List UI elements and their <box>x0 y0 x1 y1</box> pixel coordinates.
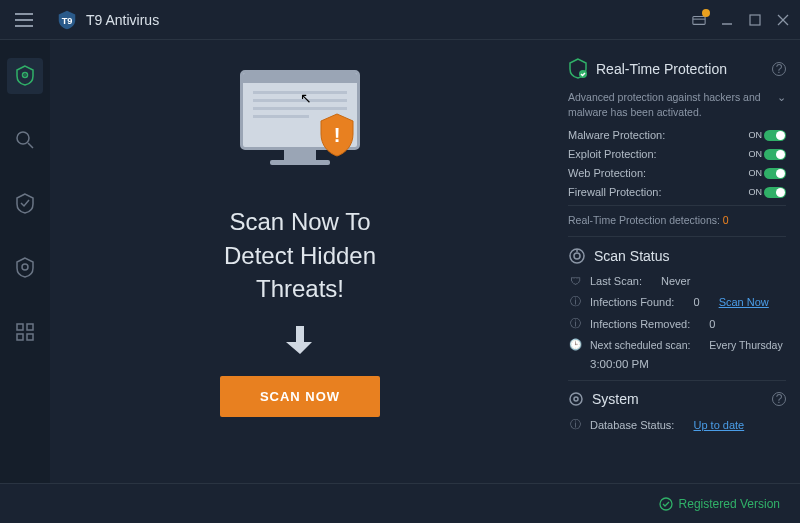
check-shield-icon: 🛡 <box>568 275 582 287</box>
cart-icon[interactable] <box>692 13 706 27</box>
svg-point-8 <box>24 74 26 76</box>
scan-now-button[interactable]: SCAN NOW <box>220 376 380 417</box>
svg-line-10 <box>28 143 33 148</box>
app-title: T9 Antivirus <box>86 12 159 28</box>
version-label: Registered Version <box>679 497 780 511</box>
malware-toggle[interactable] <box>764 130 786 141</box>
sidebar-item-scan[interactable] <box>7 122 43 158</box>
close-button[interactable] <box>776 13 790 27</box>
last-scan-label: Last Scan: <box>590 275 642 287</box>
status-panel: Real-Time Protection ? Advanced protecti… <box>550 40 800 483</box>
chevron-down-icon[interactable]: ⌄ <box>777 90 786 105</box>
clock-icon: 🕒 <box>568 338 582 351</box>
titlebar: T9 T9 Antivirus <box>0 0 800 40</box>
info-icon: ⓘ <box>568 417 582 432</box>
sidebar-item-home[interactable] <box>7 58 43 94</box>
db-status-label: Database Status: <box>590 419 674 431</box>
svg-rect-4 <box>750 15 760 25</box>
exploit-label: Exploit Protection: <box>568 148 657 160</box>
svg-text:!: ! <box>334 124 341 146</box>
scan-status-title: Scan Status <box>594 248 786 264</box>
svg-point-11 <box>22 264 28 270</box>
shield-check-icon <box>568 58 588 80</box>
svg-rect-12 <box>17 324 23 330</box>
footer: Registered Version <box>0 483 800 523</box>
app-logo-icon: T9 <box>56 9 78 31</box>
svg-point-9 <box>17 132 29 144</box>
svg-text:T9: T9 <box>62 15 73 25</box>
scan-status-icon <box>568 247 586 265</box>
down-arrow-icon <box>286 324 314 356</box>
info-icon: ⓘ <box>568 316 582 331</box>
hero-panel: ! Scan Now ToDetect HiddenThreats! SCAN … <box>50 40 550 483</box>
gear-icon <box>568 391 584 407</box>
check-circle-icon <box>659 497 673 511</box>
detections-label: Real-Time Protection detections: <box>568 214 720 226</box>
next-scan-time: 3:00:00 PM <box>590 358 786 370</box>
svg-rect-1 <box>693 16 705 24</box>
svg-rect-15 <box>27 334 33 340</box>
system-title: System <box>592 391 764 407</box>
web-toggle[interactable] <box>764 168 786 179</box>
last-scan-value: Never <box>661 275 690 287</box>
sidebar-item-apps[interactable] <box>7 314 43 350</box>
exploit-toggle[interactable] <box>764 149 786 160</box>
monitor-illustration: ! <box>225 70 375 180</box>
db-status-link[interactable]: Up to date <box>693 419 744 431</box>
next-scan-value: Every Thursday <box>709 339 782 351</box>
sidebar-item-firewall[interactable] <box>7 250 43 286</box>
help-icon[interactable]: ? <box>772 392 786 406</box>
svg-point-22 <box>574 397 578 401</box>
firewall-toggle[interactable] <box>764 187 786 198</box>
rtp-description: Advanced protection against hackers and … <box>568 90 771 119</box>
firewall-label: Firewall Protection: <box>568 186 662 198</box>
infections-removed-label: Infections Removed: <box>590 318 690 330</box>
web-label: Web Protection: <box>568 167 646 179</box>
svg-rect-13 <box>27 324 33 330</box>
scan-now-link[interactable]: Scan Now <box>719 296 769 308</box>
maximize-button[interactable] <box>748 13 762 27</box>
detections-count: 0 <box>723 214 729 226</box>
malware-label: Malware Protection: <box>568 129 665 141</box>
sidebar <box>0 40 50 483</box>
next-scan-label: Next scheduled scan: <box>590 339 690 351</box>
infections-removed-value: 0 <box>709 318 715 330</box>
sidebar-item-protection[interactable] <box>7 186 43 222</box>
infections-found-value: 0 <box>693 296 699 308</box>
help-icon[interactable]: ? <box>772 62 786 76</box>
svg-point-21 <box>570 393 582 405</box>
rtp-title: Real-Time Protection <box>596 61 764 77</box>
minimize-button[interactable] <box>720 13 734 27</box>
info-icon: ⓘ <box>568 294 582 309</box>
svg-point-19 <box>574 253 580 259</box>
svg-rect-14 <box>17 334 23 340</box>
infections-found-label: Infections Found: <box>590 296 674 308</box>
svg-point-23 <box>660 498 672 510</box>
shield-alert-icon: ! <box>317 112 357 160</box>
hero-heading: Scan Now ToDetect HiddenThreats! <box>224 205 376 306</box>
menu-button[interactable] <box>10 6 38 34</box>
